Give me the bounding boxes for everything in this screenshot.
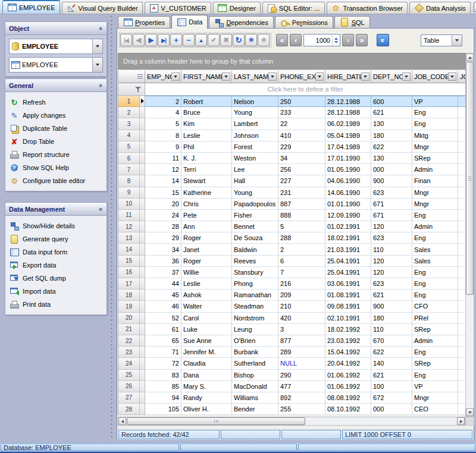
- grid-cell[interactable]: 04.06.1990: [325, 175, 371, 187]
- next-record-button[interactable]: ▶: [145, 34, 157, 46]
- row-number[interactable]: 15: [118, 256, 140, 267]
- last-record-button[interactable]: ▶|: [158, 34, 170, 46]
- grid-cell[interactable]: [458, 153, 465, 164]
- grid-cell[interactable]: [458, 358, 465, 369]
- grid-cell[interactable]: Reeves: [232, 256, 278, 267]
- prior-page-button[interactable]: ‹: [290, 34, 302, 46]
- grid-cell[interactable]: Ann: [181, 221, 232, 232]
- grid-cell[interactable]: 4: [145, 107, 181, 118]
- object-table-select[interactable]: EMPLOYEE: [9, 57, 103, 73]
- grid-cell[interactable]: Burbank: [232, 347, 278, 358]
- grid-cell[interactable]: 622: [371, 347, 412, 358]
- grid-cell[interactable]: Mktg: [412, 130, 458, 141]
- grid-cell[interactable]: Mngr: [412, 199, 458, 210]
- grid-cell[interactable]: Ashok: [181, 290, 232, 301]
- grid-row[interactable]: 2371Jennifer M.Burbank28915.04.1992622En…: [118, 347, 465, 358]
- grid-cell[interactable]: 233: [278, 107, 325, 118]
- first-record-button[interactable]: |◀: [120, 34, 132, 46]
- document-tab-v-customer[interactable]: V_CUSTOMER: [145, 2, 211, 14]
- grid-cell[interactable]: 9: [145, 141, 181, 153]
- row-number[interactable]: 18: [118, 290, 140, 301]
- grid-cell[interactable]: Forest: [232, 141, 278, 153]
- action-refresh[interactable]: Refresh: [7, 96, 105, 109]
- grid-cell[interactable]: 216: [278, 278, 325, 290]
- grid-row[interactable]: 915KatherineYoung23114.06.1990623Mngr: [118, 187, 465, 199]
- grid-row[interactable]: 814StewartHall22704.06.1990900Finan: [118, 175, 465, 187]
- grid-cell[interactable]: 621: [371, 107, 412, 118]
- grid-cell[interactable]: 12.09.1990: [325, 210, 371, 221]
- grid-cell[interactable]: 622: [371, 141, 412, 153]
- grid-cell[interactable]: Eng: [412, 232, 458, 244]
- grid-cell[interactable]: 09.08.1991: [325, 301, 371, 312]
- grid-row[interactable]: 12RobertNelson25028.12.1988600VP: [118, 96, 465, 107]
- grid-cell[interactable]: [458, 290, 465, 301]
- grid-cell[interactable]: 140: [371, 358, 412, 369]
- spin-down-icon[interactable]: [334, 41, 338, 43]
- grid-cell[interactable]: Williams: [232, 392, 278, 404]
- grid-cell[interactable]: [458, 96, 465, 107]
- grid-cell[interactable]: Hall: [232, 175, 278, 187]
- grid-cell[interactable]: 18.02.1992: [325, 324, 371, 335]
- row-number[interactable]: 28: [118, 404, 140, 415]
- document-tab-employee[interactable]: EMPLOYEE: [2, 0, 60, 14]
- grid-cell[interactable]: [458, 278, 465, 290]
- grid-cell[interactable]: 892: [278, 392, 325, 404]
- grid-cell[interactable]: [458, 256, 465, 267]
- grid-cell[interactable]: NULL: [278, 358, 325, 369]
- tab-list-button[interactable]: ▼: [474, 2, 476, 12]
- grid-cell[interactable]: 25.04.1991: [325, 267, 371, 278]
- grid-cell[interactable]: 105: [145, 404, 181, 415]
- row-number[interactable]: 22: [118, 335, 140, 347]
- grid-cell[interactable]: [458, 199, 465, 210]
- data-management-panel-header[interactable]: Data Management: [5, 203, 107, 216]
- grid-cell[interactable]: 01.01.1990: [325, 199, 371, 210]
- grid-cell[interactable]: 120: [371, 267, 412, 278]
- grid-row[interactable]: 1020ChrisPapadopoulos88701.01.1990671Mng…: [118, 199, 465, 210]
- grid-cell[interactable]: Mary S.: [181, 381, 232, 392]
- grid-cell[interactable]: Lee: [232, 164, 278, 175]
- grid-cell[interactable]: Roger: [181, 232, 232, 244]
- grid-row[interactable]: 2583DanaBishop29001.06.1992621Eng: [118, 370, 465, 381]
- view-tab-properties[interactable]: Properties: [118, 16, 170, 28]
- grid-row[interactable]: 2161LukeLeung318.02.1992110SRep: [118, 324, 465, 335]
- grid-cell[interactable]: 2: [145, 96, 181, 107]
- grid-row[interactable]: 1536RogerReeves625.04.1991120Sales: [118, 256, 465, 267]
- grid-row[interactable]: 1124PeteFisher88812.09.1990671Eng: [118, 210, 465, 221]
- grid-cell[interactable]: [458, 404, 465, 415]
- grid-cell[interactable]: [458, 244, 465, 255]
- range-fetch-button[interactable]: ✳: [258, 34, 270, 46]
- grid-cell[interactable]: 05.04.1989: [325, 130, 371, 141]
- grid-cell[interactable]: 410: [278, 130, 325, 141]
- grid-cell[interactable]: [458, 187, 465, 199]
- grid-cell[interactable]: 120: [371, 221, 412, 232]
- action-generate-query[interactable]: Generate query: [7, 232, 105, 246]
- grid-cell[interactable]: 877: [278, 335, 325, 347]
- grid-cell[interactable]: Eng: [412, 290, 458, 301]
- grid-cell[interactable]: 621: [371, 290, 412, 301]
- vertical-scrollbar[interactable]: [465, 53, 474, 417]
- fetch-all-button[interactable]: »: [377, 34, 389, 46]
- row-number[interactable]: 23: [118, 347, 140, 358]
- row-number[interactable]: 27: [118, 392, 140, 404]
- grid-cell[interactable]: Leung: [232, 324, 278, 335]
- grid-cell[interactable]: CEO: [412, 404, 458, 415]
- refresh-button[interactable]: ↻: [233, 34, 245, 46]
- grid-cell[interactable]: 120: [371, 256, 412, 267]
- grid-cell[interactable]: Leslie: [181, 278, 232, 290]
- grid-cell[interactable]: Kim: [181, 118, 232, 130]
- grid-cell[interactable]: Mngr: [412, 392, 458, 404]
- grid-cell[interactable]: Oliver H.: [181, 404, 232, 415]
- grid-row[interactable]: 59PhilForest22917.04.1989622Mngr: [118, 141, 465, 153]
- grid-cell[interactable]: 94: [145, 392, 181, 404]
- grid-cell[interactable]: [458, 141, 465, 153]
- grid-cell[interactable]: 72: [145, 358, 181, 369]
- sidebar-splitter[interactable]: [109, 14, 114, 440]
- grid-cell[interactable]: 290: [278, 370, 325, 381]
- grid-cell[interactable]: Papadopoulos: [232, 199, 278, 210]
- grid-cell[interactable]: Admin: [412, 221, 458, 232]
- dropdown-button[interactable]: [452, 35, 462, 46]
- grid-row[interactable]: 611K. J.Weston3417.01.1990130SRep: [118, 153, 465, 164]
- row-number[interactable]: 20: [118, 313, 140, 324]
- grid-cell[interactable]: 000: [371, 164, 412, 175]
- grid-cell[interactable]: Stansbury: [232, 267, 278, 278]
